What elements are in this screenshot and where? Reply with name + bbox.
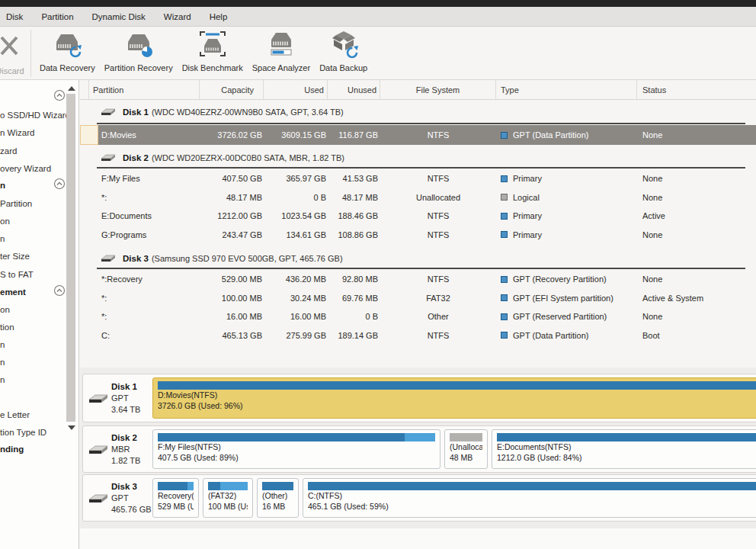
cell-type: GPT (EFI System partition) [496,289,637,308]
sidebar-item-change-partition-type-id[interactable]: tion Type ID [0,425,46,440]
data-recovery-button[interactable]: Data Recovery [35,30,100,77]
disk2-title: Disk 2 [123,153,149,162]
sidebar-scrollbar-track[interactable] [66,94,75,422]
partition-row-g-programs[interactable]: G:Programs 243.47 GB 134.61 GB 108.86 GB… [80,226,756,245]
disk2-group-header[interactable]: Disk 2 (WDC WD20EZRX-00DC0B0 SATA, MBR, … [80,149,344,166]
cell-file-system: NTFS [380,125,496,145]
sidebar-item-change-drive-letter[interactable]: e Letter [0,407,30,422]
partition-recovery-button[interactable]: Partition Recovery [100,30,178,77]
menu-dynamic-disk[interactable]: Dynamic Disk [83,7,155,26]
partition-row-unallocated[interactable]: *: 48.17 MB 0 B 48.17 MB Unallocated Log… [80,188,756,207]
usage-bar [158,482,194,490]
sidebar-item-recovery-wizard[interactable]: overy Wizard [0,161,51,176]
partition-row-c[interactable]: C: 465.13 GB 275.99 GB 189.14 GB NTFS GP… [80,326,756,345]
cell-file-system: NTFS [380,169,496,188]
partition-row-recovery[interactable]: *:Recovery 529.00 MB 436.20 MB 92.80 MB … [80,270,756,289]
sidebar-section-partition[interactable]: n [0,178,5,193]
header-file-system[interactable]: File System [380,80,496,99]
header-unused[interactable]: Unused [328,80,380,99]
sidebar-item-13[interactable]: n [0,337,5,352]
cell-partition: G:Programs [98,226,200,245]
disk-benchmark-button[interactable]: Disk Benchmark [178,30,248,77]
partition-row-e-documents[interactable]: E:Documents 1212.00 GB 1023.54 GB 188.46… [80,207,756,226]
partition-row-efi[interactable]: *: 100.00 MB 30.24 MB 69.76 MB FAT32 GPT… [80,289,756,308]
partition-block-c[interactable]: C:(NTFS) 465.1 GB (Used: 59%) [303,478,756,518]
header-type[interactable]: Type [496,80,637,99]
sidebar-item-7[interactable]: n [0,231,5,246]
scroll-up-arrow-icon[interactable] [68,86,75,91]
sidebar-item-15[interactable]: n [0,372,5,387]
menu-disk[interactable]: Disk [0,7,32,26]
disk3-title: Disk 3 [123,254,149,263]
partition-row-f-my-files[interactable]: F:My Files 407.50 GB 365.97 GB 41.53 GB … [80,169,756,188]
sidebar-item-12[interactable]: tion [0,319,14,335]
sidebar-scrollbar-thumb[interactable] [66,94,75,422]
discard-button[interactable]: Discard [0,31,32,75]
sidebar-item-migrate-os-wizard[interactable]: o SSD/HD Wizard [0,108,70,123]
block-size: 407.5 GB (Used: 89%) [158,452,435,463]
partition-block-other[interactable]: (Other) 16 MB [257,478,299,518]
header-status[interactable]: Status [637,80,756,99]
sidebar-item-14[interactable]: n [0,355,5,370]
disk-icon [99,254,117,263]
block-size: 16 MB [262,501,293,512]
cell-unused: 48.17 MB [328,188,380,207]
menu-partition[interactable]: Partition [32,7,82,26]
partition-block-fat32[interactable]: (FAT32) 100 MB (Used: 30%) [203,478,253,518]
partition-block-f-my-files[interactable]: F:My Files(NTFS) 407.5 GB (Used: 89%) [152,429,440,469]
sidebar-item-cluster-size[interactable]: ter Size [0,249,30,264]
cell-unused: 92.80 MB [328,270,380,289]
usage-bar [158,433,435,441]
partition-row-reserved[interactable]: *: 16.00 MB 16.00 MB 0 B Other GPT (Rese… [80,307,756,326]
partition-recovery-label: Partition Recovery [104,63,173,72]
cell-status: None [637,125,756,145]
block-size: 529 MB (Used: 82%) [158,501,194,512]
disk-icon [87,444,110,456]
usage-bar [450,433,482,441]
cell-unused: 108.86 GB [328,226,380,245]
partition-block-e-documents[interactable]: E:Documents(NTFS) 1212.0 GB (Used: 84%) [492,429,756,469]
cell-capacity: 1212.00 GB [200,207,264,226]
data-recovery-icon [52,30,82,62]
sidebar-section-management[interactable]: ement [0,284,26,300]
partition-block-d-movies[interactable]: D:Movies(NTFS) 3726.0 GB (Used: 96%) [152,377,756,419]
menu-help[interactable]: Help [200,7,237,26]
collapse-section-icon[interactable] [53,284,66,297]
sidebar-item-6[interactable]: on [0,214,10,229]
sidebar-item-wizard-3[interactable]: zard [0,143,17,159]
sidebar-item-11[interactable]: on [0,302,10,317]
header-used[interactable]: Used [264,80,328,99]
cell-capacity: 529.00 MB [200,270,264,289]
collapse-section-icon[interactable] [53,89,66,101]
disk2-underline [97,167,745,169]
disk1-group-header[interactable]: Disk 1 (WDC WD40EZRZ-00WN9B0 SATA, GPT, … [80,104,344,120]
partition-block-unallocated[interactable]: (Unallocated) 48 MB [444,429,488,469]
toolbar-separator [30,30,31,77]
header-partition[interactable]: Partition [89,80,200,99]
cell-partition: D:Movies [98,125,200,145]
cell-type: Primary [496,169,637,188]
partition-block-recovery[interactable]: Recovery(NTFS) 529 MB (Used: 82%) [152,478,199,518]
cell-type: GPT (Data Partition) [496,125,637,145]
cell-unused: 0 B [328,307,380,326]
cell-partition: C: [98,326,200,345]
disk3-name: Disk 3 [111,481,152,493]
collapse-section-icon[interactable] [53,178,66,190]
disk3-group-header[interactable]: Disk 3 (Samsung SSD 970 EVO 500GB, GPT, … [80,250,343,267]
cell-status: None [637,226,756,245]
cell-file-system: NTFS [380,207,496,226]
menu-wizard[interactable]: Wizard [155,7,200,26]
usage-bar [262,482,293,490]
toolbar: Discard Data Recovery [0,27,756,80]
cell-status: Active & System [637,289,756,308]
disk-benchmark-label: Disk Benchmark [182,63,243,72]
partition-manager-window: Disk Partition Dynamic Disk Wizard Help … [0,0,756,549]
space-analyzer-button[interactable]: Space Analyzer [248,30,315,77]
scroll-down-arrow-icon[interactable] [68,425,75,430]
data-backup-button[interactable]: Data Backup [315,30,372,77]
sidebar-item-ntfs-to-fat[interactable]: S to FAT [0,267,34,282]
sidebar-item-partition[interactable]: Partition [0,196,32,211]
header-capacity[interactable]: Capacity [200,80,264,99]
partition-row-d-movies[interactable]: D:Movies 3726.02 GB 3609.15 GB 116.87 GB… [98,125,756,145]
sidebar-item-wizard-2[interactable]: n Wizard [0,125,34,140]
